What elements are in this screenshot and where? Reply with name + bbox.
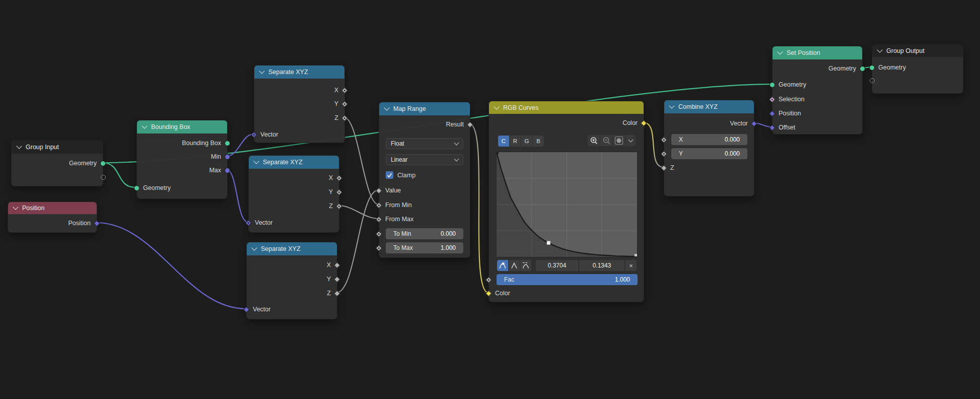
node-header[interactable]: Separate XYZ: [247, 242, 337, 255]
to-max-input-socket[interactable]: [376, 245, 382, 251]
channel-g-button[interactable]: G: [521, 136, 532, 147]
y-output-socket[interactable]: [336, 189, 342, 195]
node-rgb-curves[interactable]: RGB Curves Color C R G B: [488, 101, 644, 302]
y-field[interactable]: Y 0.000: [671, 148, 747, 159]
x-field[interactable]: X 0.000: [671, 134, 747, 145]
link-max-to-separate-xyz-2[interactable]: [227, 170, 248, 222]
result-output-socket[interactable]: [467, 121, 473, 127]
vector-input-socket[interactable]: [244, 306, 250, 312]
geometry-input-socket[interactable]: [769, 82, 776, 88]
geometry-output-socket[interactable]: [100, 160, 106, 166]
chevron-down-icon[interactable]: [13, 204, 18, 210]
node-map-range[interactable]: Map Range Result Float Linear Clamp Valu…: [379, 102, 470, 258]
curve-widget-canvas[interactable]: [497, 152, 637, 257]
z-output-socket[interactable]: [336, 203, 342, 209]
curve-tools-swatch-icon[interactable]: [613, 135, 625, 146]
data-type-dropdown[interactable]: Float: [386, 138, 463, 149]
node-header[interactable]: Map Range: [379, 102, 470, 115]
geometry-input-socket[interactable]: [134, 185, 140, 191]
node-header[interactable]: Combine XYZ: [664, 100, 754, 113]
chevron-down-icon[interactable]: [142, 123, 147, 128]
position-output-socket[interactable]: [94, 220, 100, 226]
link-color-out-to-z[interactable]: [643, 122, 664, 167]
delete-point-icon[interactable]: ×: [625, 260, 637, 271]
link-z3-to-value[interactable]: [336, 190, 379, 293]
y-output-socket[interactable]: [342, 101, 348, 107]
y-output-socket[interactable]: [334, 276, 340, 282]
geometry-output-socket[interactable]: [860, 65, 866, 72]
virtual-input-socket[interactable]: [869, 78, 875, 84]
fac-input-socket[interactable]: [486, 277, 492, 283]
channel-c-button[interactable]: C: [498, 136, 509, 147]
virtual-output-socket[interactable]: [100, 174, 106, 180]
chevron-down-icon[interactable]: [16, 143, 22, 149]
vector-input-socket[interactable]: [251, 131, 257, 138]
chevron-down-icon[interactable]: [669, 103, 674, 108]
link-result-to-color-in[interactable]: [469, 124, 488, 293]
node-editor-canvas[interactable]: Group Input Geometry Position Position B…: [0, 0, 980, 399]
vector-input-socket[interactable]: [246, 220, 252, 226]
color-output-socket[interactable]: [641, 120, 647, 126]
node-separate-xyz-1[interactable]: Separate XYZ X Y Z Vector: [254, 65, 345, 143]
selected-curve-point[interactable]: [547, 241, 550, 245]
channel-b-button[interactable]: B: [533, 136, 544, 147]
link-z2-to-from-max[interactable]: [338, 206, 379, 219]
z-input-socket[interactable]: [661, 165, 667, 171]
link-z1-to-from-min[interactable]: [344, 117, 379, 205]
curve-point[interactable]: [635, 254, 637, 256]
handle-auto-clamped-icon[interactable]: [520, 260, 531, 271]
curve-widget[interactable]: [496, 152, 638, 257]
geometry-input-socket[interactable]: [869, 64, 875, 71]
offset-input-socket[interactable]: [769, 124, 776, 130]
handle-auto-icon[interactable]: [497, 260, 508, 271]
point-x-field[interactable]: 0.3704: [536, 260, 578, 271]
fac-slider[interactable]: Fac 1.000: [497, 274, 638, 285]
value-input-socket[interactable]: [376, 187, 382, 193]
curve-options-chevron-icon[interactable]: [625, 135, 636, 146]
to-min-field[interactable]: To Min 0.000: [386, 228, 463, 239]
chevron-down-icon[interactable]: [777, 49, 783, 54]
node-header[interactable]: Bounding Box: [137, 120, 227, 134]
color-input-socket[interactable]: [486, 290, 492, 296]
vector-output-socket[interactable]: [751, 120, 757, 126]
zoom-out-icon[interactable]: [600, 135, 612, 146]
z-output-socket[interactable]: [334, 290, 340, 296]
node-header[interactable]: Group Input: [12, 141, 103, 154]
node-group-input[interactable]: Group Input Geometry: [11, 140, 103, 186]
node-header[interactable]: RGB Curves: [489, 101, 644, 114]
position-input-socket[interactable]: [769, 110, 776, 116]
to-min-input-socket[interactable]: [376, 231, 382, 237]
x-output-socket[interactable]: [342, 87, 348, 93]
chevron-down-icon[interactable]: [259, 68, 264, 74]
handle-vector-icon[interactable]: [509, 260, 520, 271]
node-position[interactable]: Position Position: [8, 202, 97, 233]
chevron-down-icon[interactable]: [251, 245, 257, 250]
link-position-to-separate-xyz-3[interactable]: [96, 223, 246, 309]
min-output-socket[interactable]: [225, 154, 231, 160]
z-output-socket[interactable]: [342, 115, 348, 121]
node-set-position[interactable]: Set Position Geometry Geometry Selection…: [772, 46, 863, 135]
node-header[interactable]: Position: [8, 202, 97, 214]
y-input-socket[interactable]: [661, 151, 667, 157]
clamp-checkbox[interactable]: [386, 171, 393, 179]
x-output-socket[interactable]: [336, 175, 342, 181]
link-group-input-to-bounding-box[interactable]: [102, 163, 135, 187]
node-bounding-box[interactable]: Bounding Box Bounding Box Min Max Geomet…: [136, 120, 228, 199]
chevron-down-icon[interactable]: [384, 105, 389, 110]
to-max-field[interactable]: To Max 1.000: [386, 242, 463, 253]
chevron-down-icon[interactable]: [494, 104, 499, 109]
node-header[interactable]: Group Output: [872, 45, 963, 57]
node-header[interactable]: Separate XYZ: [249, 156, 339, 169]
zoom-in-icon[interactable]: [588, 135, 600, 146]
interpolation-dropdown[interactable]: Linear: [386, 154, 463, 165]
curve-point[interactable]: [497, 152, 499, 154]
chevron-down-icon[interactable]: [253, 158, 259, 164]
chevron-down-icon[interactable]: [877, 47, 882, 52]
channel-r-button[interactable]: R: [510, 136, 521, 147]
node-group-output[interactable]: Group Output Geometry: [872, 44, 963, 94]
point-y-field[interactable]: 0.1343: [579, 260, 624, 271]
node-header[interactable]: Set Position: [773, 46, 862, 59]
max-output-socket[interactable]: [225, 167, 231, 173]
node-header[interactable]: Separate XYZ: [254, 65, 344, 79]
x-output-socket[interactable]: [334, 262, 340, 268]
